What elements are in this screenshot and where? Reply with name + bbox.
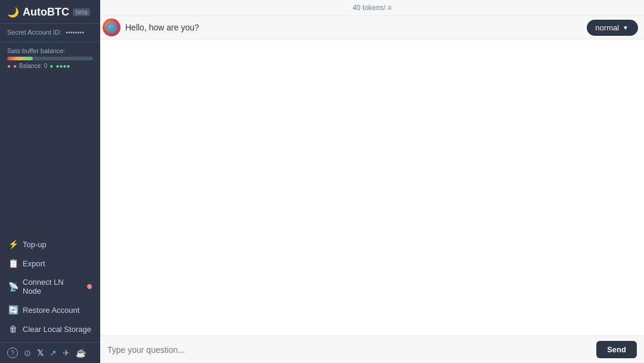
chevron-down-icon: ▼ <box>623 24 628 31</box>
coffee-icon[interactable]: ☕ <box>76 348 86 358</box>
export-label: Export <box>23 259 45 268</box>
moon-icon: 🌙 <box>7 7 19 18</box>
link-icon[interactable]: ↗ <box>49 348 57 358</box>
connect-status-dot <box>87 284 92 289</box>
balance-label: Sats buffer balance: <box>7 47 93 54</box>
connect-ln-label: Connect LN Node <box>23 278 81 296</box>
balance-progress-bar <box>7 57 93 60</box>
bottom-input-row: Send <box>100 336 644 363</box>
balance-arrow: ● <box>13 63 17 69</box>
avatar: 🌐 <box>103 19 120 36</box>
clear-storage-label: Clear Local Storage <box>23 325 91 334</box>
connect-ln-icon: 📡 <box>8 282 18 291</box>
github-icon[interactable]: ⊙ <box>24 348 31 358</box>
question-input[interactable] <box>107 345 592 355</box>
greeting-input[interactable] <box>125 23 582 32</box>
balance-progress-fill <box>7 57 33 60</box>
token-count: 40 tokens/ ≡ <box>286 4 458 12</box>
sidebar: 🌙 AutoBTC beta Secret Account ID: ••••••… <box>0 0 100 363</box>
chat-input-row: 🌐 normal ▼ <box>100 16 644 39</box>
main-content: 40 tokens/ ≡ 🌐 normal ▼ Send <box>100 0 644 363</box>
mode-dropdown[interactable]: normal ▼ <box>587 20 638 36</box>
sidebar-footer: ? ⊙ 𝕏 ↗ ✈ ☕ <box>0 342 100 363</box>
balance-dot-red: ● <box>7 63 11 69</box>
balance-text: Balance: 0 <box>19 63 47 69</box>
sidebar-item-restore[interactable]: 🔄 Restore Account <box>0 300 100 319</box>
twitter-icon[interactable]: 𝕏 <box>37 348 44 358</box>
balance-dot-green: ● <box>49 63 53 69</box>
topup-icon: ⚡ <box>8 239 18 249</box>
beta-badge: beta <box>73 8 90 16</box>
help-icon[interactable]: ? <box>7 347 18 358</box>
secret-id-label: Secret Account ID: •••••••• <box>7 29 93 36</box>
balance-section: Sats buffer balance: ● ● Balance: 0 ● ●●… <box>0 42 100 74</box>
secret-id-section: Secret Account ID: •••••••• <box>0 23 100 42</box>
app-title: AutoBTC <box>23 6 69 19</box>
sidebar-item-export[interactable]: 📋 Export <box>0 254 100 273</box>
top-bar: 40 tokens/ ≡ <box>100 0 644 16</box>
secret-id-value: •••••••• <box>66 29 84 36</box>
chat-area <box>100 39 644 336</box>
sidebar-nav: ⚡ Top-up 📋 Export 📡 Connect LN Node 🔄 Re… <box>0 231 100 342</box>
sidebar-item-clear-storage[interactable]: 🗑 Clear Local Storage <box>0 319 100 339</box>
send-button[interactable]: Send <box>596 341 637 358</box>
mode-label: normal <box>595 23 619 32</box>
sidebar-header: 🌙 AutoBTC beta <box>0 0 100 23</box>
telegram-icon[interactable]: ✈ <box>63 348 70 358</box>
restore-label: Restore Account <box>23 306 79 315</box>
export-icon: 📋 <box>8 259 18 268</box>
restore-icon: 🔄 <box>8 305 18 315</box>
topup-label: Top-up <box>23 240 47 249</box>
sidebar-item-connect-ln[interactable]: 📡 Connect LN Node <box>0 273 100 300</box>
balance-max: ●●●● <box>55 63 70 69</box>
balance-info: ● ● Balance: 0 ● ●●●● <box>7 63 93 69</box>
sidebar-item-topup[interactable]: ⚡ Top-up <box>0 235 100 254</box>
trash-icon: 🗑 <box>8 324 18 334</box>
